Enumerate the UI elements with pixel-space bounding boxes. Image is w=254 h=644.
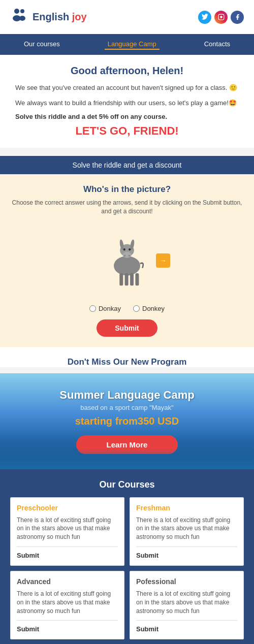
svg-point-6 xyxy=(114,256,140,275)
courses-section: Our Courses Preschooler There is a lot o… xyxy=(0,469,254,644)
animal-container xyxy=(99,224,155,292)
svg-rect-15 xyxy=(130,273,134,285)
nav-our-courses[interactable]: Our courses xyxy=(21,39,63,50)
social-icons xyxy=(198,11,244,24)
radio-donkey[interactable] xyxy=(133,305,140,312)
logo-area: English joy xyxy=(10,6,87,28)
main-content: Good afternoon, Helen! We see that you'v… xyxy=(0,55,254,148)
header: English joy xyxy=(0,0,254,34)
radio-donkay[interactable] xyxy=(89,305,96,312)
camp-banner: Summer Language Camp based on a sport ca… xyxy=(0,373,254,469)
course-desc-freshman: There is a lot of exciting stuff going o… xyxy=(136,516,237,541)
email-wrapper: English joy Our courses Language Camp Co… xyxy=(0,0,254,644)
course-divider-freshman xyxy=(136,546,237,547)
body-text-1: We see that you've created an account bu… xyxy=(15,83,239,93)
course-card-freshman: Freshman There is a lot of exciting stuf… xyxy=(130,497,244,566)
instagram-icon[interactable] xyxy=(214,11,228,24)
svg-rect-14 xyxy=(125,273,129,285)
course-name-professional: Pofessional xyxy=(136,577,237,586)
svg-point-1 xyxy=(20,9,24,13)
option-donkay-label: Donkay xyxy=(99,305,121,312)
facebook-icon[interactable] xyxy=(231,11,244,24)
course-card-preschooler: Preschooler There is a lot of exciting s… xyxy=(10,497,124,566)
svg-rect-16 xyxy=(135,273,139,285)
course-desc-preschooler: There is a lot of exciting stuff going o… xyxy=(17,516,118,541)
course-submit-freshman[interactable]: Submit xyxy=(136,552,158,559)
courses-title: Our Courses xyxy=(10,479,244,490)
svg-point-11 xyxy=(123,248,125,250)
course-name-preschooler: Preschooler xyxy=(17,504,118,512)
svg-rect-13 xyxy=(119,273,123,285)
twitter-icon[interactable] xyxy=(198,11,211,24)
svg-point-17 xyxy=(124,254,125,256)
logo-text: English joy xyxy=(33,11,87,23)
course-card-professional: Pofessional There is a lot of exciting s… xyxy=(130,571,244,639)
riddle-body: Who's in the picture? Choose the correct… xyxy=(0,174,254,347)
nav-contacts[interactable]: Contacts xyxy=(201,39,233,50)
course-desc-professional: There is a lot of exciting stuff going o… xyxy=(136,590,237,615)
option-donkey-label: Donkey xyxy=(142,305,165,312)
course-divider-professional xyxy=(136,620,237,621)
riddle-submit-button[interactable]: Submit xyxy=(97,319,157,337)
radio-options: Donkay Donkey xyxy=(10,305,244,312)
camp-title: Summer Language Camp xyxy=(10,389,244,402)
next-arrow-button[interactable]: → xyxy=(156,253,170,268)
donkey-image xyxy=(99,224,155,290)
course-divider-advanced xyxy=(17,620,118,621)
nav: Our courses Language Camp Contacts xyxy=(0,34,254,55)
camp-price: starting from350 USD xyxy=(10,415,244,427)
dont-miss-title: Don't Miss Our New Program xyxy=(68,357,187,367)
dont-miss-section: Don't Miss Our New Program xyxy=(0,347,254,367)
course-submit-advanced[interactable]: Submit xyxy=(17,625,39,633)
riddle-header: Solve the riddle and get a discount xyxy=(0,156,254,174)
option-donkey[interactable]: Donkey xyxy=(133,305,165,312)
svg-point-3 xyxy=(19,16,25,21)
body-text-2: We always want to build a friendship wit… xyxy=(15,98,239,108)
greeting: Good afternoon, Helen! xyxy=(15,65,239,77)
learn-more-button[interactable]: Learn More xyxy=(76,435,178,454)
nav-language-camp[interactable]: Language Camp xyxy=(105,39,160,50)
course-name-freshman: Freshman xyxy=(136,504,237,512)
course-divider xyxy=(17,546,118,547)
riddle-section: Solve the riddle and get a discount Who'… xyxy=(0,156,254,347)
course-submit-professional[interactable]: Submit xyxy=(136,625,158,633)
riddle-cta: Solve this riddle and a det 5% off on an… xyxy=(15,113,239,120)
riddle-instruction: Choose the correct answer using the arro… xyxy=(10,199,244,216)
svg-point-0 xyxy=(14,9,19,14)
riddle-question: Who's in the picture? xyxy=(10,184,244,195)
svg-point-8 xyxy=(122,251,131,257)
logo-icon xyxy=(10,6,28,28)
course-submit-preschooler[interactable]: Submit xyxy=(17,552,39,559)
courses-grid: Preschooler There is a lot of exciting s… xyxy=(10,497,244,640)
option-donkay[interactable]: Donkay xyxy=(89,305,121,312)
camp-subtitle: based on a sport camp "Mayak" xyxy=(10,404,244,411)
lets-go: LET'S GO, FRIEND! xyxy=(15,124,239,138)
course-name-advanced: Advanced xyxy=(17,577,118,586)
course-desc-advanced: There is a lot of exciting stuff going o… xyxy=(17,590,118,615)
course-card-advanced: Advanced There is a lot of exciting stuf… xyxy=(10,571,124,639)
svg-point-12 xyxy=(129,248,131,250)
svg-point-18 xyxy=(129,254,130,256)
